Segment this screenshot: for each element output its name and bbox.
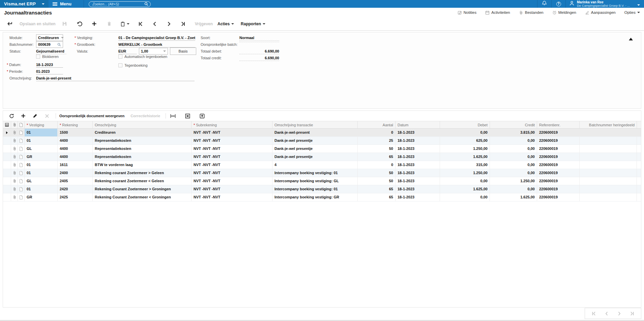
column-header-omschrijving-transactie[interactable]: Omschrijving transactie <box>272 121 358 128</box>
basis-button[interactable]: Basis <box>170 47 196 55</box>
row-note-icon[interactable] <box>18 161 25 169</box>
undo-button[interactable] <box>75 20 84 28</box>
row-note-icon[interactable] <box>18 193 25 201</box>
currency-value[interactable]: EUR <box>118 49 137 54</box>
notes-column-header[interactable] <box>18 121 25 128</box>
row-settings-button[interactable] <box>3 121 11 128</box>
column-header-rekening[interactable]: *Rekening <box>58 121 93 128</box>
row-attachment-icon[interactable] <box>11 145 18 153</box>
undo-arrow-icon <box>77 22 82 26</box>
brand-menu[interactable]: Visma.net ERP <box>0 0 49 8</box>
row-attachment-icon[interactable] <box>11 137 18 145</box>
currency-rate-select[interactable]: 1,00 <box>139 48 168 55</box>
row-note-icon[interactable] <box>18 153 25 161</box>
copy-paste-button[interactable] <box>120 20 129 28</box>
user-menu[interactable]: Marinka van Ree De Campingspecialist Gro… <box>565 0 633 8</box>
column-header-datum[interactable]: Datum <box>396 121 440 128</box>
checkbox-box <box>36 55 40 59</box>
main-menu-button[interactable]: Menu <box>49 0 84 8</box>
period-value[interactable]: 01-2023 <box>36 69 63 74</box>
add-row-button[interactable] <box>90 20 99 28</box>
grid-add-row-button[interactable] <box>20 112 27 120</box>
pager-previous-icon[interactable] <box>604 311 609 316</box>
last-record-button[interactable] <box>179 20 187 28</box>
table-row[interactable]: GL 4400 Representatiekosten NVT -NVT -NV… <box>3 145 641 153</box>
fit-to-width-button[interactable] <box>169 112 177 120</box>
announcements-button[interactable] <box>537 0 551 8</box>
notes-link[interactable]: Notities <box>458 10 476 15</box>
table-row[interactable]: 01 1500 Crediteuren NVT -NVT -NVT Dank-j… <box>3 129 641 137</box>
attachments-column-header[interactable] <box>11 121 18 128</box>
column-header-vestiging[interactable]: *Vestiging <box>25 121 58 128</box>
help-button[interactable]: ? <box>551 0 565 8</box>
save-button[interactable] <box>60 20 69 28</box>
row-note-icon[interactable] <box>18 129 25 136</box>
table-row[interactable]: 01 1611 BTW te vorderen laag NVT -NVT -N… <box>3 161 641 169</box>
grid-edit-row-button[interactable] <box>31 112 39 120</box>
description-value[interactable]: Dank-je-wel-present <box>36 75 195 81</box>
actions-menu-button[interactable]: Acties <box>217 20 234 28</box>
grootboek-value[interactable]: WERKELIJK - Grootboek <box>118 42 195 47</box>
collapse-panel-button[interactable] <box>629 38 633 40</box>
reports-menu-button[interactable]: Rapporten <box>241 20 265 28</box>
table-row[interactable]: 01 4400 Representatiekosten NVT -NVT -NV… <box>3 137 641 145</box>
row-attachment-icon[interactable] <box>11 153 18 161</box>
search-input[interactable] <box>89 1 151 7</box>
row-note-icon[interactable] <box>18 145 25 153</box>
activities-link[interactable]: Activiteiten <box>485 10 510 15</box>
column-header-aantal[interactable]: Aantal <box>358 121 396 128</box>
pager-first-icon[interactable] <box>591 311 596 316</box>
module-select[interactable]: Crediteuren <box>36 34 63 41</box>
next-record-button[interactable] <box>165 20 173 28</box>
import-upload-button[interactable] <box>198 112 206 120</box>
batch-number-input[interactable]: 000639 <box>36 41 63 48</box>
save-and-close-button[interactable]: Opslaan en sluiten <box>20 20 56 28</box>
options-menu[interactable]: Opties <box>624 10 640 14</box>
show-original-document-button[interactable]: Oorspronkelijk document weergeven <box>59 112 124 120</box>
row-attachment-icon[interactable] <box>11 193 18 201</box>
row-attachment-icon[interactable] <box>11 177 18 185</box>
release-button[interactable]: Vrijgeven <box>195 20 213 28</box>
previous-record-button[interactable] <box>150 20 159 28</box>
row-note-icon[interactable] <box>18 137 25 145</box>
row-attachment-icon[interactable] <box>11 161 18 169</box>
user-menu-chevron[interactable] <box>633 1 644 7</box>
table-row[interactable]: GL 2405 Rekening courant Zoetermeer < Ge… <box>3 177 641 185</box>
column-header-debet[interactable]: Debet <box>440 121 490 128</box>
row-attachment-icon[interactable] <box>11 169 18 177</box>
date-value[interactable]: 18-1-2023 <box>36 62 63 68</box>
grid-delete-row-button[interactable] <box>43 112 51 120</box>
vestiging-value[interactable]: 01 - De Campingspecialist Groep B.V. - Z… <box>118 35 195 41</box>
column-header-batchnummer-heringedeeld[interactable]: Batchnummer heringedeeld <box>580 121 637 128</box>
column-header-omschrijving[interactable]: Omschrijving <box>93 121 192 128</box>
table-row[interactable]: GR 2425 Rekening Courant Zoetermeer < Gr… <box>3 193 641 201</box>
back-button[interactable] <box>5 20 14 28</box>
row-note-icon[interactable] <box>18 177 25 185</box>
pager-next-icon[interactable] <box>617 311 622 316</box>
delete-button[interactable] <box>105 20 114 28</box>
row-attachment-icon[interactable] <box>11 129 18 136</box>
first-record-button[interactable] <box>136 20 145 28</box>
customizations-link[interactable]: Aanpassingen <box>585 10 616 15</box>
row-attachment-icon[interactable] <box>11 185 18 193</box>
row-note-icon[interactable] <box>18 169 25 177</box>
table-row[interactable]: GR 4400 Representatiekosten NVT -NVT -NV… <box>3 153 641 161</box>
column-header-referentienr[interactable]: Referentienr. <box>537 121 580 128</box>
auto-reverse-checkbox[interactable]: Automatisch tegenboeken <box>118 55 167 59</box>
export-to-excel-button[interactable] <box>184 112 191 120</box>
lookup-magnifier-icon[interactable] <box>57 43 61 46</box>
correction-history-button[interactable]: Correctiehistorie <box>130 112 160 120</box>
reverse-checkbox[interactable]: Tegenboeking <box>118 63 148 67</box>
table-row[interactable]: 01 2420 Rekening Courant Zoetermeer > Gr… <box>3 185 641 193</box>
pager-last-icon[interactable] <box>630 311 635 316</box>
refresh-button[interactable] <box>8 112 15 120</box>
column-header-credit[interactable]: Credit <box>490 121 537 128</box>
files-link[interactable]: Bestanden <box>519 10 544 15</box>
notifications-link[interactable]: Meldingen <box>552 10 576 15</box>
blokkeren-checkbox[interactable]: Blokkeren <box>36 55 59 59</box>
cell-batchnummer-heringedeeld <box>580 177 637 185</box>
search-icon[interactable] <box>144 1 148 7</box>
row-note-icon[interactable] <box>18 185 25 193</box>
column-header-subrekening[interactable]: *Subrekening <box>192 121 272 128</box>
table-row[interactable]: 01 2400 Rekening courant Zoetermeer > Ge… <box>3 169 641 177</box>
